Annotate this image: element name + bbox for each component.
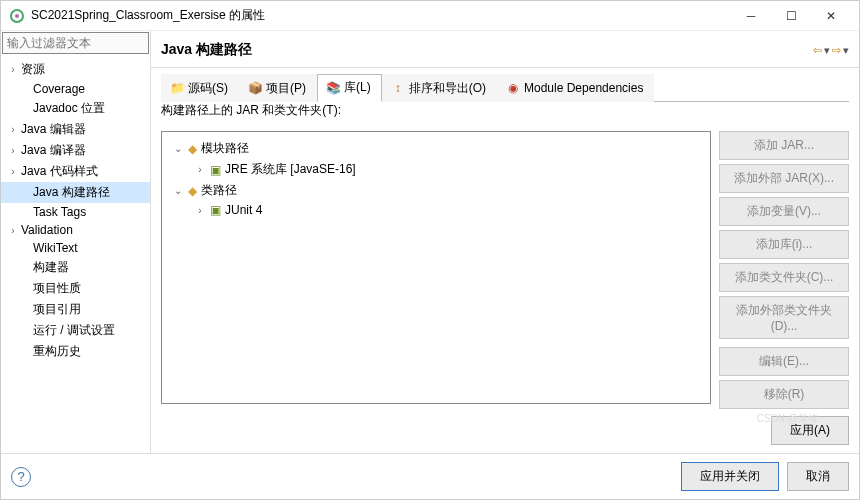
sidebar-item-4[interactable]: ›Java 编译器 — [1, 140, 150, 161]
add-var-button[interactable]: 添加变量(V)... — [719, 197, 849, 226]
footer: ? 应用并关闭 取消 — [1, 453, 859, 499]
sidebar: ›资源CoverageJavadoc 位置›Java 编辑器›Java 编译器›… — [1, 31, 151, 453]
tree-node-label: 模块路径 — [201, 140, 249, 157]
add-class-folder-button[interactable]: 添加类文件夹(C)... — [719, 263, 849, 292]
filter-container — [2, 32, 149, 54]
content-label: 构建路径上的 JAR 和类文件夹(T): — [151, 102, 859, 123]
tab-label: 排序和导出(O) — [409, 80, 486, 97]
mod-icon: ◉ — [506, 81, 520, 95]
tab-2[interactable]: 📚库(L) — [317, 74, 382, 102]
tab-bar: 📁源码(S)📦项目(P)📚库(L)↕排序和导出(O)◉Module Depend… — [161, 74, 849, 102]
tree-child-label: JUnit 4 — [225, 203, 262, 217]
tree-node-1[interactable]: ⌄◆类路径 — [166, 180, 706, 201]
tab-label: Module Dependencies — [524, 81, 643, 95]
sidebar-item-label: 项目引用 — [31, 301, 81, 318]
apply-button[interactable]: 应用(A) — [771, 416, 849, 445]
filter-input[interactable] — [2, 32, 149, 54]
sidebar-item-label: 重构历史 — [31, 343, 81, 360]
sidebar-item-6[interactable]: Java 构建路径 — [1, 182, 150, 203]
chevron-right-icon: › — [194, 164, 206, 175]
sidebar-item-label: Javadoc 位置 — [31, 100, 105, 117]
cancel-button[interactable]: 取消 — [787, 462, 849, 491]
app-icon — [9, 8, 25, 24]
maximize-button[interactable]: ☐ — [771, 2, 811, 30]
jar-icon: ▣ — [210, 203, 221, 217]
sidebar-item-5[interactable]: ›Java 代码样式 — [1, 161, 150, 182]
twisty-icon: › — [7, 166, 19, 177]
sidebar-item-label: Java 构建路径 — [31, 184, 110, 201]
sidebar-item-label: 构建器 — [31, 259, 69, 276]
tree-child-label: JRE 系统库 [JavaSE-16] — [225, 161, 356, 178]
tab-label: 项目(P) — [266, 80, 306, 97]
add-lib-button[interactable]: 添加库(i)... — [719, 230, 849, 259]
sidebar-item-9[interactable]: WikiText — [1, 239, 150, 257]
sidebar-item-8[interactable]: ›Validation — [1, 221, 150, 239]
twisty-icon: › — [7, 64, 19, 75]
sidebar-item-0[interactable]: ›资源 — [1, 59, 150, 80]
folder-icon: 📁 — [170, 81, 184, 95]
tab-label: 源码(S) — [188, 80, 228, 97]
nav-icons: ⇦ ▾ ⇨ ▾ — [813, 44, 849, 57]
remove-button[interactable]: 移除(R) — [719, 380, 849, 409]
twisty-icon: › — [7, 124, 19, 135]
tab-3[interactable]: ↕排序和导出(O) — [382, 74, 497, 102]
sidebar-item-13[interactable]: 运行 / 调试设置 — [1, 320, 150, 341]
forward-icon[interactable]: ⇨ — [832, 44, 841, 57]
window-title: SC2021Spring_Classroom_Exersise 的属性 — [31, 7, 731, 24]
sidebar-item-3[interactable]: ›Java 编辑器 — [1, 119, 150, 140]
edit-button[interactable]: 编辑(E)... — [719, 347, 849, 376]
apply-close-button[interactable]: 应用并关闭 — [681, 462, 779, 491]
add-ext-jar-button[interactable]: 添加外部 JAR(X)... — [719, 164, 849, 193]
titlebar: SC2021Spring_Classroom_Exersise 的属性 ─ ☐ … — [1, 1, 859, 31]
library-tree[interactable]: ⌄◆模块路径›▣JRE 系统库 [JavaSE-16]⌄◆类路径›▣JUnit … — [161, 131, 711, 404]
tree-child-0-0[interactable]: ›▣JRE 系统库 [JavaSE-16] — [166, 159, 706, 180]
svg-point-1 — [15, 14, 19, 18]
tab-label: 库(L) — [344, 79, 371, 96]
jar-icon: ▣ — [210, 163, 221, 177]
sidebar-item-14[interactable]: 重构历史 — [1, 341, 150, 362]
back-icon[interactable]: ⇦ — [813, 44, 822, 57]
tab-4[interactable]: ◉Module Dependencies — [497, 74, 654, 102]
sidebar-item-label: Coverage — [31, 82, 85, 96]
sidebar-item-label: 项目性质 — [31, 280, 81, 297]
sidebar-item-12[interactable]: 项目引用 — [1, 299, 150, 320]
main-panel: Java 构建路径 ⇦ ▾ ⇨ ▾ 📁源码(S)📦项目(P)📚库(L)↕排序和导… — [151, 31, 859, 453]
add-jar-button[interactable]: 添加 JAR... — [719, 131, 849, 160]
tree-child-1-0[interactable]: ›▣JUnit 4 — [166, 201, 706, 219]
sidebar-item-label: 运行 / 调试设置 — [31, 322, 115, 339]
forward-menu-icon[interactable]: ▾ — [843, 44, 849, 57]
help-icon[interactable]: ? — [11, 467, 31, 487]
twisty-icon: › — [7, 225, 19, 236]
close-button[interactable]: ✕ — [811, 2, 851, 30]
minimize-button[interactable]: ─ — [731, 2, 771, 30]
sidebar-item-label: 资源 — [19, 61, 45, 78]
pkg-icon: 📦 — [248, 81, 262, 95]
twisty-icon: › — [7, 145, 19, 156]
sidebar-item-label: Java 编译器 — [19, 142, 86, 159]
sidebar-item-10[interactable]: 构建器 — [1, 257, 150, 278]
sidebar-item-1[interactable]: Coverage — [1, 80, 150, 98]
page-title: Java 构建路径 — [161, 41, 813, 59]
tab-1[interactable]: 📦项目(P) — [239, 74, 317, 102]
tree-node-0[interactable]: ⌄◆模块路径 — [166, 138, 706, 159]
sidebar-item-label: WikiText — [31, 241, 78, 255]
side-buttons: 添加 JAR... 添加外部 JAR(X)... 添加变量(V)... 添加库(… — [719, 131, 849, 404]
sidebar-item-11[interactable]: 项目性质 — [1, 278, 150, 299]
sidebar-item-7[interactable]: Task Tags — [1, 203, 150, 221]
sidebar-item-label: Task Tags — [31, 205, 86, 219]
tree-node-label: 类路径 — [201, 182, 237, 199]
sidebar-tree: ›资源CoverageJavadoc 位置›Java 编辑器›Java 编译器›… — [1, 55, 150, 453]
sidebar-item-label: Java 编辑器 — [19, 121, 86, 138]
main-header: Java 构建路径 ⇦ ▾ ⇨ ▾ — [151, 31, 859, 68]
diamond-icon: ◆ — [188, 184, 197, 198]
sidebar-item-2[interactable]: Javadoc 位置 — [1, 98, 150, 119]
add-ext-class-folder-button[interactable]: 添加外部类文件夹(D)... — [719, 296, 849, 339]
diamond-icon: ◆ — [188, 142, 197, 156]
chevron-down-icon: ⌄ — [172, 185, 184, 196]
chevron-right-icon: › — [194, 205, 206, 216]
back-menu-icon[interactable]: ▾ — [824, 44, 830, 57]
arrows-icon: ↕ — [391, 81, 405, 95]
sidebar-item-label: Java 代码样式 — [19, 163, 98, 180]
chevron-down-icon: ⌄ — [172, 143, 184, 154]
tab-0[interactable]: 📁源码(S) — [161, 74, 239, 102]
